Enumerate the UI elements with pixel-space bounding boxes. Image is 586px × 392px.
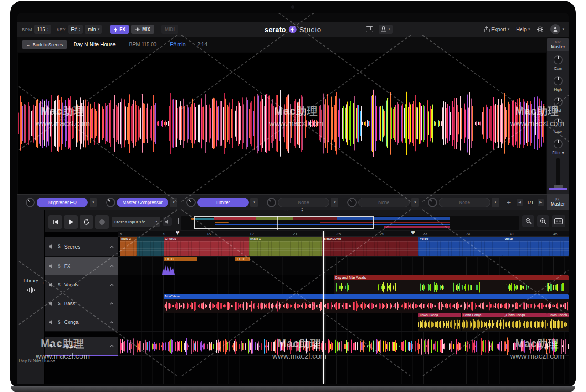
fx-slot-5[interactable]: None	[358, 198, 410, 207]
fx-clip-2[interactable]: FX 08	[235, 257, 250, 275]
collapse-chevron-icon[interactable]	[110, 344, 114, 347]
export-button[interactable]: Export ▾	[484, 26, 509, 32]
fx-knob-3[interactable]	[186, 198, 196, 207]
mute-speaker-icon[interactable]	[49, 301, 54, 306]
midi-assign-button[interactable]	[363, 25, 375, 34]
conga-clip-3[interactable]: Cowa Conga	[505, 313, 547, 331]
mute-speaker-icon[interactable]	[49, 282, 54, 287]
overview-viewport[interactable]	[194, 216, 374, 229]
fx-knob-6[interactable]	[428, 198, 437, 207]
fx-slot-5-dropdown[interactable]: ▾	[411, 198, 419, 207]
fx-mode-button[interactable]: FX	[110, 25, 129, 34]
track-row-fx[interactable]: SFX	[45, 257, 118, 275]
collapse-chevron-icon[interactable]	[110, 265, 114, 267]
track-row-conga[interactable]: SConga	[45, 313, 118, 332]
conga-clip-4[interactable]: Cowa Conga	[547, 313, 569, 331]
settings-button[interactable]	[537, 26, 543, 33]
track-row-master[interactable]: SMaster	[45, 337, 118, 356]
fx-knob-2[interactable]	[106, 198, 115, 207]
track-row-bass[interactable]: SBass	[45, 294, 118, 313]
mix-mode-button[interactable]: MIX	[131, 25, 154, 34]
count-in-icon[interactable]	[175, 218, 180, 224]
input-monitor-button[interactable]	[163, 217, 172, 226]
key-value[interactable]: F#	[71, 26, 77, 32]
conga-clip-1[interactable]: Cowa Conga	[418, 313, 461, 331]
scene-clip-verse[interactable]: Verse	[503, 237, 569, 256]
arrange-area[interactable]: 59131721252933374145 Intro 2ChordsMain 1…	[118, 231, 569, 384]
gain-knob[interactable]	[554, 55, 563, 64]
key-mode-value[interactable]: min	[88, 26, 96, 32]
mid-knob[interactable]	[554, 97, 563, 106]
solo-button[interactable]: S	[58, 244, 61, 249]
key-stepper[interactable]: ▴▾	[79, 27, 80, 32]
solo-button[interactable]: S	[58, 282, 61, 287]
resize-arrows-icon[interactable]: ▴▾	[301, 207, 303, 212]
bpm-value[interactable]: 115	[37, 26, 45, 32]
fx-slot-4-dropdown[interactable]: ▾	[331, 198, 338, 207]
filter-knob[interactable]	[554, 139, 563, 148]
fx-slot-1-dropdown[interactable]: ▾	[90, 198, 97, 207]
help-button[interactable]: Help ▾	[516, 26, 530, 32]
fx-slot-2[interactable]: Master Compressor	[117, 198, 168, 207]
fx-slot-6[interactable]: None	[439, 198, 490, 207]
bass-clip[interactable]: No Crime	[164, 294, 569, 313]
track-row-vocals[interactable]: SVocals	[45, 275, 118, 294]
add-fx-button[interactable]: +	[505, 198, 513, 207]
scene-clip-intro-2[interactable]: Intro 2	[120, 237, 137, 256]
fx-slot-2-dropdown[interactable]: ▾	[170, 198, 177, 207]
skip-to-start-button[interactable]	[48, 215, 62, 229]
low-knob[interactable]	[554, 118, 563, 127]
panel-resize-handle[interactable]: ··· ▴▾	[283, 207, 303, 212]
collapse-chevron-icon[interactable]	[110, 302, 114, 305]
mute-speaker-icon[interactable]	[49, 244, 54, 249]
playhead[interactable]	[323, 231, 324, 384]
metronome-button[interactable]: ▾	[379, 25, 393, 34]
collapse-chevron-icon[interactable]	[110, 245, 114, 248]
midi-mode-button[interactable]: MIDI	[161, 25, 178, 34]
fx-slot-3-dropdown[interactable]: ▾	[250, 198, 258, 207]
render-preview-button[interactable]	[552, 215, 565, 227]
fx-slot-6-dropdown[interactable]: ▾	[492, 198, 499, 207]
vocals-clip[interactable]: Day and Nite Vocals	[334, 275, 569, 294]
solo-button[interactable]: S	[58, 264, 61, 269]
mute-speaker-icon[interactable]	[49, 343, 54, 348]
chevron-down-icon[interactable]: ▾	[389, 27, 390, 31]
scene-clip-verse[interactable]: Verse	[418, 237, 503, 256]
scene-clip-main-1[interactable]: Main 1	[249, 237, 322, 256]
collapse-chevron-icon[interactable]	[110, 283, 114, 286]
master-mixdown-waveform[interactable]	[120, 337, 569, 356]
song-key[interactable]: F# min	[170, 42, 186, 47]
solo-button[interactable]: S	[58, 343, 61, 348]
key-value-box[interactable]: F# ▴▾	[68, 25, 83, 34]
bpm-stepper[interactable]: ▴▾	[47, 27, 48, 32]
solo-button[interactable]: S	[58, 301, 61, 306]
stepper-down-icon[interactable]: ▾	[79, 29, 80, 32]
stepper-down-icon[interactable]: ▾	[47, 29, 48, 32]
account-button[interactable]: ▾	[550, 24, 564, 34]
library-panel[interactable]: Library ›	[17, 210, 45, 384]
fx-knob-5[interactable]	[347, 198, 357, 207]
loop-button[interactable]	[80, 215, 93, 229]
main-waveform[interactable]	[18, 53, 546, 194]
play-button[interactable]	[64, 215, 78, 229]
overview-strip[interactable]	[181, 216, 519, 230]
library-expand-chevron[interactable]: ›	[42, 280, 44, 286]
track-row-scenes[interactable]: SScenes	[45, 237, 118, 257]
collapse-chevron-icon[interactable]	[110, 321, 114, 323]
back-to-scenes-button[interactable]: ← Back to Scenes	[22, 40, 67, 49]
scene-clip-breakdown[interactable]: Breakdown	[322, 237, 418, 256]
fx-page-prev-button[interactable]: ◀	[517, 199, 523, 206]
fx-knob-1[interactable]	[26, 198, 35, 207]
scene-clip[interactable]	[137, 237, 164, 256]
solo-button[interactable]: S	[58, 320, 61, 325]
record-button[interactable]	[95, 215, 109, 229]
cue-heart-marker-1[interactable]: ♥	[176, 228, 180, 236]
fx-slot-3[interactable]: Limiter	[197, 198, 249, 207]
mute-speaker-icon[interactable]	[49, 320, 54, 325]
mute-speaker-icon[interactable]	[49, 264, 54, 269]
scene-clip-chords[interactable]: Chords	[164, 237, 249, 256]
zoom-in-button[interactable]	[537, 215, 549, 227]
fx-slot-4[interactable]: None	[278, 198, 329, 207]
fx-knob-4[interactable]	[267, 198, 276, 207]
zoom-out-button[interactable]	[522, 215, 534, 227]
